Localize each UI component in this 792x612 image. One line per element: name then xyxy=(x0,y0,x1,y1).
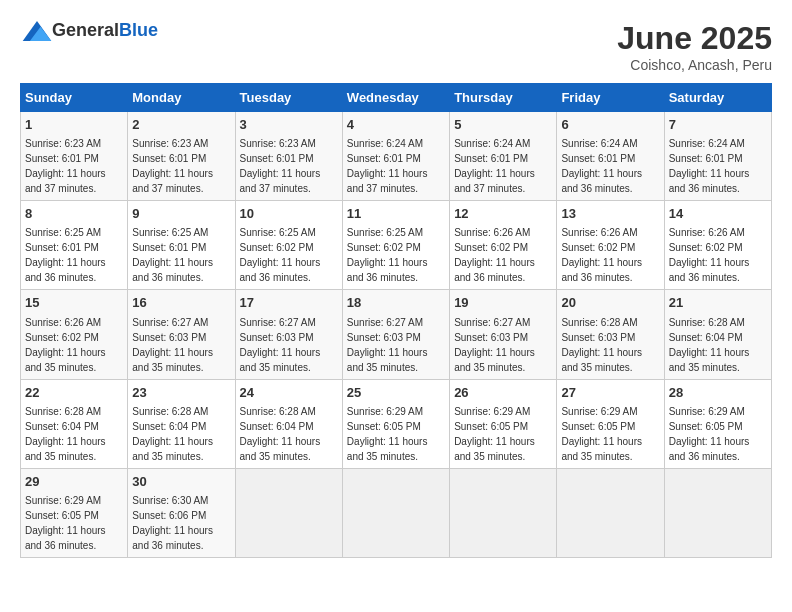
day-number: 15 xyxy=(25,294,123,312)
calendar-cell: 24Sunrise: 6:28 AM Sunset: 6:04 PM Dayli… xyxy=(235,379,342,468)
calendar-cell: 4Sunrise: 6:24 AM Sunset: 6:01 PM Daylig… xyxy=(342,112,449,201)
day-info: Sunrise: 6:24 AM Sunset: 6:01 PM Dayligh… xyxy=(454,136,552,196)
day-info: Sunrise: 6:26 AM Sunset: 6:02 PM Dayligh… xyxy=(561,225,659,285)
calendar-week-2: 8Sunrise: 6:25 AM Sunset: 6:01 PM Daylig… xyxy=(21,201,772,290)
day-number: 3 xyxy=(240,116,338,134)
logo-blue: Blue xyxy=(119,20,158,40)
header-sunday: Sunday xyxy=(21,84,128,112)
calendar-cell: 27Sunrise: 6:29 AM Sunset: 6:05 PM Dayli… xyxy=(557,379,664,468)
title-section: June 2025 Coishco, Ancash, Peru xyxy=(617,20,772,73)
day-info: Sunrise: 6:30 AM Sunset: 6:06 PM Dayligh… xyxy=(132,493,230,553)
day-number: 4 xyxy=(347,116,445,134)
day-number: 22 xyxy=(25,384,123,402)
day-number: 20 xyxy=(561,294,659,312)
day-info: Sunrise: 6:23 AM Sunset: 6:01 PM Dayligh… xyxy=(25,136,123,196)
calendar-cell: 21Sunrise: 6:28 AM Sunset: 6:04 PM Dayli… xyxy=(664,290,771,379)
day-number: 8 xyxy=(25,205,123,223)
day-number: 17 xyxy=(240,294,338,312)
day-info: Sunrise: 6:23 AM Sunset: 6:01 PM Dayligh… xyxy=(132,136,230,196)
calendar-cell: 28Sunrise: 6:29 AM Sunset: 6:05 PM Dayli… xyxy=(664,379,771,468)
day-number: 14 xyxy=(669,205,767,223)
day-info: Sunrise: 6:24 AM Sunset: 6:01 PM Dayligh… xyxy=(669,136,767,196)
calendar-week-5: 29Sunrise: 6:29 AM Sunset: 6:05 PM Dayli… xyxy=(21,468,772,557)
header-tuesday: Tuesday xyxy=(235,84,342,112)
header-friday: Friday xyxy=(557,84,664,112)
day-number: 23 xyxy=(132,384,230,402)
day-number: 5 xyxy=(454,116,552,134)
calendar-cell: 30Sunrise: 6:30 AM Sunset: 6:06 PM Dayli… xyxy=(128,468,235,557)
calendar-title: June 2025 xyxy=(617,20,772,57)
calendar-cell: 18Sunrise: 6:27 AM Sunset: 6:03 PM Dayli… xyxy=(342,290,449,379)
day-info: Sunrise: 6:24 AM Sunset: 6:01 PM Dayligh… xyxy=(561,136,659,196)
calendar-cell xyxy=(342,468,449,557)
day-number: 13 xyxy=(561,205,659,223)
calendar-cell: 3Sunrise: 6:23 AM Sunset: 6:01 PM Daylig… xyxy=(235,112,342,201)
page-header: GeneralBlue June 2025 Coishco, Ancash, P… xyxy=(20,20,772,73)
day-number: 27 xyxy=(561,384,659,402)
day-info: Sunrise: 6:28 AM Sunset: 6:04 PM Dayligh… xyxy=(240,404,338,464)
day-info: Sunrise: 6:23 AM Sunset: 6:01 PM Dayligh… xyxy=(240,136,338,196)
day-info: Sunrise: 6:25 AM Sunset: 6:01 PM Dayligh… xyxy=(25,225,123,285)
day-number: 30 xyxy=(132,473,230,491)
calendar-cell: 19Sunrise: 6:27 AM Sunset: 6:03 PM Dayli… xyxy=(450,290,557,379)
calendar-cell: 16Sunrise: 6:27 AM Sunset: 6:03 PM Dayli… xyxy=(128,290,235,379)
calendar-cell: 22Sunrise: 6:28 AM Sunset: 6:04 PM Dayli… xyxy=(21,379,128,468)
day-info: Sunrise: 6:25 AM Sunset: 6:01 PM Dayligh… xyxy=(132,225,230,285)
calendar-cell: 23Sunrise: 6:28 AM Sunset: 6:04 PM Dayli… xyxy=(128,379,235,468)
calendar-cell: 1Sunrise: 6:23 AM Sunset: 6:01 PM Daylig… xyxy=(21,112,128,201)
day-info: Sunrise: 6:26 AM Sunset: 6:02 PM Dayligh… xyxy=(669,225,767,285)
calendar-cell: 6Sunrise: 6:24 AM Sunset: 6:01 PM Daylig… xyxy=(557,112,664,201)
calendar-cell: 9Sunrise: 6:25 AM Sunset: 6:01 PM Daylig… xyxy=(128,201,235,290)
calendar-cell xyxy=(557,468,664,557)
header-row: Sunday Monday Tuesday Wednesday Thursday… xyxy=(21,84,772,112)
day-number: 29 xyxy=(25,473,123,491)
day-info: Sunrise: 6:28 AM Sunset: 6:04 PM Dayligh… xyxy=(25,404,123,464)
day-info: Sunrise: 6:25 AM Sunset: 6:02 PM Dayligh… xyxy=(347,225,445,285)
day-number: 18 xyxy=(347,294,445,312)
calendar-cell: 11Sunrise: 6:25 AM Sunset: 6:02 PM Dayli… xyxy=(342,201,449,290)
calendar-cell: 17Sunrise: 6:27 AM Sunset: 6:03 PM Dayli… xyxy=(235,290,342,379)
day-number: 9 xyxy=(132,205,230,223)
calendar-week-1: 1Sunrise: 6:23 AM Sunset: 6:01 PM Daylig… xyxy=(21,112,772,201)
logo-icon xyxy=(22,21,52,41)
header-wednesday: Wednesday xyxy=(342,84,449,112)
header-thursday: Thursday xyxy=(450,84,557,112)
calendar-cell: 15Sunrise: 6:26 AM Sunset: 6:02 PM Dayli… xyxy=(21,290,128,379)
calendar-table: Sunday Monday Tuesday Wednesday Thursday… xyxy=(20,83,772,558)
calendar-cell: 7Sunrise: 6:24 AM Sunset: 6:01 PM Daylig… xyxy=(664,112,771,201)
day-info: Sunrise: 6:28 AM Sunset: 6:04 PM Dayligh… xyxy=(132,404,230,464)
calendar-cell: 29Sunrise: 6:29 AM Sunset: 6:05 PM Dayli… xyxy=(21,468,128,557)
day-number: 24 xyxy=(240,384,338,402)
calendar-cell: 20Sunrise: 6:28 AM Sunset: 6:03 PM Dayli… xyxy=(557,290,664,379)
calendar-cell: 26Sunrise: 6:29 AM Sunset: 6:05 PM Dayli… xyxy=(450,379,557,468)
calendar-subtitle: Coishco, Ancash, Peru xyxy=(617,57,772,73)
header-saturday: Saturday xyxy=(664,84,771,112)
day-info: Sunrise: 6:25 AM Sunset: 6:02 PM Dayligh… xyxy=(240,225,338,285)
day-info: Sunrise: 6:29 AM Sunset: 6:05 PM Dayligh… xyxy=(561,404,659,464)
header-monday: Monday xyxy=(128,84,235,112)
day-number: 10 xyxy=(240,205,338,223)
day-info: Sunrise: 6:24 AM Sunset: 6:01 PM Dayligh… xyxy=(347,136,445,196)
day-info: Sunrise: 6:27 AM Sunset: 6:03 PM Dayligh… xyxy=(132,315,230,375)
calendar-cell: 10Sunrise: 6:25 AM Sunset: 6:02 PM Dayli… xyxy=(235,201,342,290)
calendar-cell: 14Sunrise: 6:26 AM Sunset: 6:02 PM Dayli… xyxy=(664,201,771,290)
calendar-cell: 13Sunrise: 6:26 AM Sunset: 6:02 PM Dayli… xyxy=(557,201,664,290)
calendar-cell: 25Sunrise: 6:29 AM Sunset: 6:05 PM Dayli… xyxy=(342,379,449,468)
day-number: 16 xyxy=(132,294,230,312)
day-number: 11 xyxy=(347,205,445,223)
day-number: 2 xyxy=(132,116,230,134)
day-number: 7 xyxy=(669,116,767,134)
day-info: Sunrise: 6:28 AM Sunset: 6:04 PM Dayligh… xyxy=(669,315,767,375)
logo: GeneralBlue xyxy=(20,20,158,41)
calendar-cell: 12Sunrise: 6:26 AM Sunset: 6:02 PM Dayli… xyxy=(450,201,557,290)
calendar-cell: 8Sunrise: 6:25 AM Sunset: 6:01 PM Daylig… xyxy=(21,201,128,290)
logo-general: General xyxy=(52,20,119,40)
day-number: 28 xyxy=(669,384,767,402)
calendar-cell xyxy=(450,468,557,557)
calendar-week-4: 22Sunrise: 6:28 AM Sunset: 6:04 PM Dayli… xyxy=(21,379,772,468)
calendar-week-3: 15Sunrise: 6:26 AM Sunset: 6:02 PM Dayli… xyxy=(21,290,772,379)
day-number: 6 xyxy=(561,116,659,134)
calendar-cell: 5Sunrise: 6:24 AM Sunset: 6:01 PM Daylig… xyxy=(450,112,557,201)
day-number: 25 xyxy=(347,384,445,402)
day-info: Sunrise: 6:29 AM Sunset: 6:05 PM Dayligh… xyxy=(669,404,767,464)
